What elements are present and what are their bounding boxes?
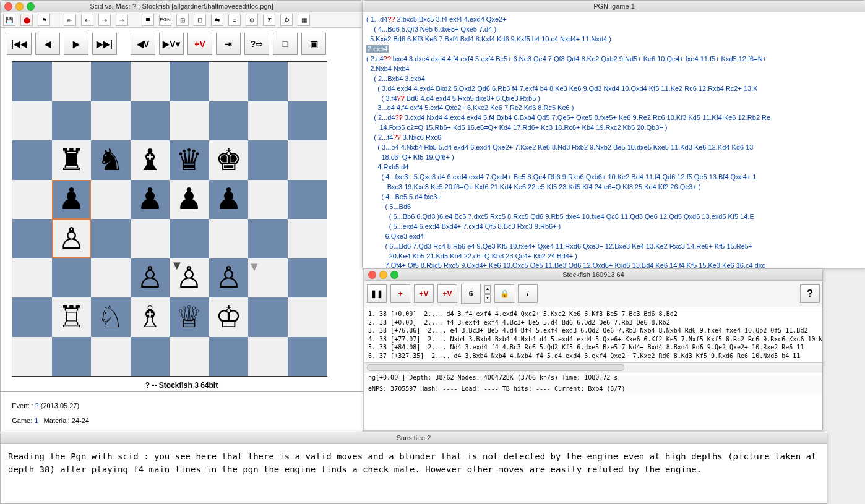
- minimize-icon[interactable]: [379, 271, 387, 279]
- square-h7[interactable]: [288, 101, 327, 141]
- square-g6[interactable]: [248, 140, 288, 180]
- square-b4[interactable]: [52, 219, 92, 258]
- square-e8[interactable]: [170, 62, 209, 101]
- square-f7[interactable]: [209, 101, 249, 141]
- square-h1[interactable]: [288, 337, 327, 377]
- text-icon[interactable]: ≡: [228, 14, 241, 26]
- misc-icon[interactable]: ⊕: [246, 14, 258, 26]
- exit-var-button[interactable]: ⇥: [216, 33, 241, 55]
- chess-board[interactable]: ♜♞♝♛♚♟♟♟♟♙♙♙♙♖♘♗♕♔: [12, 61, 327, 377]
- square-c8[interactable]: [91, 62, 131, 101]
- square-b6[interactable]: [52, 140, 92, 180]
- square-c5[interactable]: [91, 180, 131, 220]
- into-var-button[interactable]: ▶V▾: [159, 33, 184, 55]
- square-c7[interactable]: [91, 101, 131, 141]
- note-text[interactable]: Reading the Pgn with scid : you see here…: [1, 444, 827, 482]
- eng-icon[interactable]: ⚙: [280, 14, 293, 26]
- square-g1[interactable]: [248, 337, 288, 377]
- swap-icon[interactable]: ⇆: [211, 14, 223, 26]
- square-e4[interactable]: [170, 219, 209, 258]
- square-g8[interactable]: [248, 62, 288, 101]
- current-move-highlight[interactable]: 2.cxb4: [366, 45, 389, 53]
- lock-icon[interactable]: 🔒: [494, 284, 514, 303]
- square-b2[interactable]: [52, 297, 92, 337]
- zoom-icon[interactable]: [27, 2, 35, 11]
- game-no[interactable]: 1: [34, 417, 38, 424]
- flag-icon[interactable]: ⚑: [38, 14, 50, 26]
- square-b1[interactable]: [52, 337, 92, 377]
- pgn-view[interactable]: PGN: [159, 14, 171, 26]
- square-a5[interactable]: [12, 180, 52, 220]
- square-b3[interactable]: [52, 258, 92, 298]
- next-button[interactable]: ▶: [64, 33, 88, 55]
- pgn-body[interactable]: ( 1...d4?? 2.bxc5 Bxc5 3.f4 exf4 4.exd4 …: [363, 12, 865, 283]
- square-c3[interactable]: [91, 258, 131, 298]
- titlebar[interactable]: PGN: game 1: [363, 1, 865, 12]
- square-h4[interactable]: [288, 219, 327, 258]
- square-g2[interactable]: [248, 297, 288, 337]
- square-d5[interactable]: [131, 180, 170, 220]
- help-button[interactable]: ?: [800, 284, 820, 303]
- multipv-input[interactable]: [461, 284, 481, 304]
- close-icon[interactable]: [368, 271, 376, 279]
- save-icon[interactable]: 💾: [3, 14, 15, 26]
- nav-last[interactable]: ⇥: [116, 14, 128, 26]
- square-e2[interactable]: [170, 297, 209, 337]
- square-b5[interactable]: [52, 180, 92, 220]
- square-d8[interactable]: [131, 62, 170, 101]
- square-a8[interactable]: [12, 62, 52, 101]
- square-c4[interactable]: [91, 219, 131, 258]
- nav-prev[interactable]: ⇠: [81, 14, 93, 26]
- square-g7[interactable]: [248, 101, 288, 141]
- spin-up-button[interactable]: ▲: [484, 285, 491, 294]
- square-e6[interactable]: [170, 140, 209, 180]
- plus-button[interactable]: +: [390, 284, 410, 303]
- horizontal-scrollbar[interactable]: [364, 362, 822, 372]
- square-d3[interactable]: [131, 258, 170, 298]
- square-h3[interactable]: [288, 258, 327, 298]
- scrollbar-thumb[interactable]: [367, 364, 624, 371]
- add-pv-button[interactable]: +V: [414, 284, 434, 303]
- square-d1[interactable]: [131, 337, 170, 377]
- last-button[interactable]: ▶▶|: [92, 33, 117, 55]
- square-a4[interactable]: [12, 219, 52, 258]
- add-multipv-button[interactable]: +V: [437, 284, 457, 303]
- prev-button[interactable]: ◀: [35, 33, 60, 55]
- tree-view[interactable]: ⊞: [176, 14, 189, 26]
- list-view[interactable]: ≣: [142, 14, 154, 26]
- zoom-icon[interactable]: [390, 271, 398, 279]
- square-d4[interactable]: [131, 219, 170, 258]
- square-g5[interactable]: [248, 180, 288, 220]
- spin-down-button[interactable]: ▼: [484, 294, 491, 303]
- square-e7[interactable]: [170, 101, 209, 141]
- square-e1[interactable]: [170, 337, 209, 377]
- back-var-button[interactable]: ◀V: [131, 33, 155, 55]
- square-c1[interactable]: [91, 337, 131, 377]
- square-f8[interactable]: [209, 62, 249, 101]
- close-icon[interactable]: [4, 2, 12, 11]
- square-g4[interactable]: [248, 219, 288, 258]
- pause-button[interactable]: ❚❚: [367, 284, 387, 303]
- square-h6[interactable]: [288, 140, 327, 180]
- titlebar[interactable]: Sans titre 2: [1, 432, 827, 444]
- dbl-icon[interactable]: ⊡: [194, 14, 206, 26]
- square-a1[interactable]: [12, 337, 52, 377]
- square-f3[interactable]: [209, 258, 249, 298]
- square-d2[interactable]: [131, 297, 170, 337]
- info-button[interactable]: i: [518, 284, 538, 303]
- square-d6[interactable]: [131, 140, 170, 180]
- nav-next[interactable]: ⇢: [98, 14, 111, 26]
- square-e5[interactable]: [170, 180, 209, 220]
- nav-first[interactable]: ⇤: [64, 14, 76, 26]
- car-icon[interactable]: ▦: [298, 14, 310, 26]
- titlebar[interactable]: Scid vs. Mac: ? - Stockfish [allgardner5…: [1, 1, 363, 12]
- square-f5[interactable]: [209, 180, 249, 220]
- square-c2[interactable]: [91, 297, 131, 337]
- help-button[interactable]: ?⇨: [244, 33, 269, 55]
- square-b7[interactable]: [52, 101, 92, 141]
- square-h8[interactable]: [288, 62, 327, 101]
- square-c6[interactable]: [91, 140, 131, 180]
- square-b8[interactable]: [52, 62, 92, 101]
- first-button[interactable]: |◀◀: [7, 33, 32, 55]
- square-a7[interactable]: [12, 101, 52, 141]
